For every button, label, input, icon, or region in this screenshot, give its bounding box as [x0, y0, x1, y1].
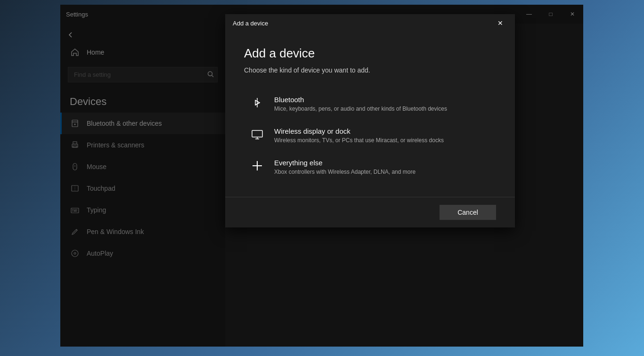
bluetooth-option-desc: Mice, keyboards, pens, or audio and othe…: [274, 105, 447, 112]
bluetooth-option-text: Bluetooth Mice, keyboards, pens, or audi…: [274, 96, 447, 112]
bluetooth-option-title: Bluetooth: [274, 96, 447, 104]
dialog-close-button[interactable]: ✕: [493, 16, 507, 30]
settings-window: Settings — □ ✕: [60, 5, 583, 347]
everything-option-desc: Xbox controllers with Wireless Adapter, …: [274, 169, 416, 175]
wireless-option-desc: Wireless monitors, TVs, or PCs that use …: [274, 137, 444, 144]
dialog-heading: Add a device: [244, 46, 496, 61]
wireless-display-icon: [250, 128, 265, 141]
cancel-button[interactable]: Cancel: [440, 205, 496, 220]
bluetooth-option-icon: [250, 97, 265, 109]
svg-rect-23: [252, 130, 262, 137]
dialog-body: Add a device Choose the kind of device y…: [225, 32, 515, 197]
everything-else-icon: [250, 160, 265, 172]
dialog-window-title: Add a device: [233, 20, 268, 27]
device-option-everything[interactable]: Everything else Xbox controllers with Wi…: [244, 151, 496, 183]
dialog-subtitle: Choose the kind of device you want to ad…: [244, 66, 496, 74]
dialog-footer: Cancel: [225, 197, 515, 227]
device-option-wireless[interactable]: Wireless display or dock Wireless monito…: [244, 120, 496, 151]
everything-option-text: Everything else Xbox controllers with Wi…: [274, 159, 416, 175]
wireless-option-title: Wireless display or dock: [274, 127, 444, 135]
dialog-titlebar: Add a device ✕: [225, 14, 515, 32]
device-option-bluetooth[interactable]: Bluetooth Mice, keyboards, pens, or audi…: [244, 88, 496, 120]
add-device-dialog: Add a device ✕ Add a device Choose the k…: [225, 14, 515, 227]
wireless-option-text: Wireless display or dock Wireless monito…: [274, 127, 444, 144]
everything-option-title: Everything else: [274, 159, 416, 167]
